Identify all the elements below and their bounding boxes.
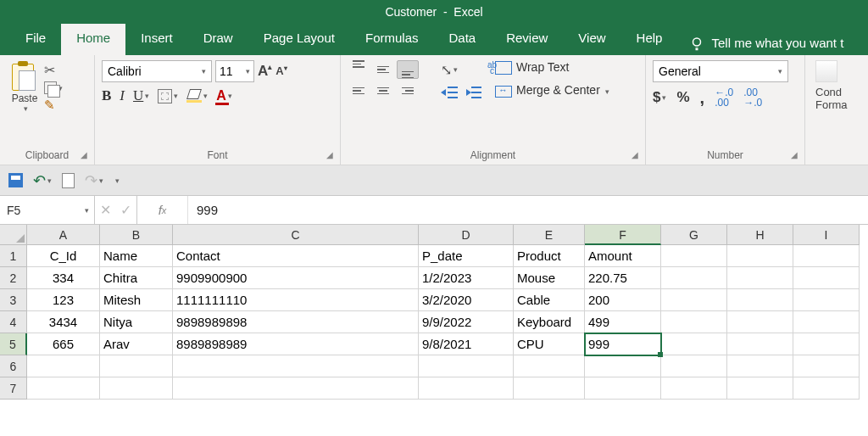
- fill-color-button[interactable]: ▾: [186, 89, 208, 103]
- orientation-button[interactable]: ⤡▾: [441, 60, 483, 78]
- cell-I3[interactable]: [793, 289, 860, 311]
- enter-formula-button[interactable]: ✓: [120, 202, 131, 218]
- cell-B4[interactable]: Nitya: [100, 311, 173, 333]
- percent-button[interactable]: %: [676, 89, 689, 106]
- cell-F5[interactable]: 999: [585, 333, 661, 355]
- chevron-down-icon[interactable]: ▾: [24, 104, 28, 113]
- decrease-indent-button[interactable]: [441, 85, 459, 100]
- cell-H6[interactable]: [727, 355, 793, 377]
- cell-C2[interactable]: 9909900900: [173, 267, 419, 289]
- bold-button[interactable]: B: [102, 87, 111, 104]
- align-right-button[interactable]: [397, 81, 419, 100]
- borders-button[interactable]: ▾: [158, 89, 178, 103]
- row-header-6[interactable]: 6: [0, 355, 27, 377]
- cell-D6[interactable]: [419, 355, 514, 377]
- chevron-down-icon[interactable]: ▾: [47, 176, 52, 185]
- chevron-down-icon[interactable]: ▾: [99, 176, 103, 185]
- column-header-G[interactable]: G: [661, 225, 727, 245]
- align-top-button[interactable]: [348, 60, 370, 79]
- cell-F4[interactable]: 499: [585, 311, 661, 333]
- dialog-launcher-icon[interactable]: ◢: [78, 150, 89, 161]
- tab-insert[interactable]: Insert: [125, 24, 188, 55]
- column-header-F[interactable]: F: [585, 225, 661, 245]
- cell-I4[interactable]: [793, 311, 860, 333]
- cell-G2[interactable]: [661, 267, 727, 289]
- select-all-button[interactable]: [0, 225, 27, 245]
- row-header-5[interactable]: 5: [0, 333, 27, 355]
- cell-F2[interactable]: 220.75: [585, 267, 661, 289]
- cut-button[interactable]: ✂: [44, 62, 63, 78]
- cell-D3[interactable]: 3/2/2020: [419, 289, 514, 311]
- cell-F1[interactable]: Amount: [585, 245, 661, 267]
- decrease-font-button[interactable]: A▾: [275, 64, 287, 77]
- cell-E6[interactable]: [514, 355, 585, 377]
- cell-C7[interactable]: [173, 377, 419, 400]
- align-bottom-button[interactable]: [397, 60, 419, 79]
- chevron-down-icon[interactable]: ▾: [453, 65, 458, 74]
- row-header-3[interactable]: 3: [0, 289, 27, 311]
- cell-F7[interactable]: [585, 377, 661, 400]
- font-name-select[interactable]: Calibri▾: [102, 60, 212, 82]
- underline-button[interactable]: U▾: [133, 87, 149, 104]
- font-size-select[interactable]: 11▾: [215, 60, 254, 82]
- cell-I7[interactable]: [793, 377, 860, 400]
- cell-E4[interactable]: Keyboard: [514, 311, 585, 333]
- cell-I5[interactable]: [793, 333, 860, 355]
- save-button[interactable]: [8, 173, 23, 187]
- cell-B6[interactable]: [100, 355, 173, 377]
- chevron-down-icon[interactable]: ▾: [228, 92, 232, 100]
- cell-H1[interactable]: [727, 245, 793, 267]
- new-file-button[interactable]: [62, 173, 75, 188]
- currency-button[interactable]: $▾: [653, 89, 666, 106]
- cell-A1[interactable]: C_Id: [27, 245, 100, 267]
- increase-font-button[interactable]: A▴: [258, 63, 272, 80]
- cell-H5[interactable]: [727, 333, 793, 355]
- cell-E1[interactable]: Product: [514, 245, 585, 267]
- increase-decimal-button[interactable]: ←.0.00: [715, 87, 733, 108]
- redo-button[interactable]: ↷▾: [85, 171, 103, 190]
- row-header-1[interactable]: 1: [0, 245, 27, 267]
- cell-D4[interactable]: 9/9/2022: [419, 311, 514, 333]
- column-header-I[interactable]: I: [793, 225, 860, 245]
- chevron-down-icon[interactable]: ▾: [145, 92, 149, 100]
- cell-A3[interactable]: 123: [27, 289, 100, 311]
- cell-A5[interactable]: 665: [27, 333, 100, 355]
- tab-formulas[interactable]: Formulas: [350, 24, 434, 55]
- cell-C1[interactable]: Contact: [173, 245, 419, 267]
- undo-button[interactable]: ↶▾: [33, 171, 52, 190]
- column-header-C[interactable]: C: [173, 225, 419, 245]
- dialog-launcher-icon[interactable]: ◢: [324, 150, 335, 161]
- align-left-button[interactable]: [348, 81, 370, 100]
- fx-button[interactable]: fx: [137, 196, 188, 224]
- tab-data[interactable]: Data: [433, 24, 491, 55]
- chevron-down-icon[interactable]: ▾: [605, 87, 609, 96]
- cell-I6[interactable]: [793, 355, 860, 377]
- cell-C5[interactable]: 8989898989: [173, 333, 419, 355]
- cell-B1[interactable]: Name: [100, 245, 173, 267]
- chevron-down-icon[interactable]: ▾: [85, 206, 89, 215]
- cell-E5[interactable]: CPU: [514, 333, 585, 355]
- row-header-7[interactable]: 7: [0, 377, 27, 400]
- tab-home[interactable]: Home: [61, 24, 125, 55]
- qat-customize-button[interactable]: ▾: [115, 176, 120, 185]
- tell-me-search[interactable]: Tell me what you want t: [677, 24, 843, 55]
- align-center-button[interactable]: [372, 81, 394, 100]
- tab-view[interactable]: View: [563, 24, 620, 55]
- cell-H3[interactable]: [727, 289, 793, 311]
- cell-D2[interactable]: 1/2/2023: [419, 267, 514, 289]
- number-format-select[interactable]: General▾: [653, 60, 788, 82]
- format-painter-button[interactable]: ✎: [44, 98, 63, 113]
- cell-F6[interactable]: [585, 355, 661, 377]
- tab-page-layout[interactable]: Page Layout: [248, 24, 350, 55]
- tab-review[interactable]: Review: [491, 24, 563, 55]
- cell-D5[interactable]: 9/8/2021: [419, 333, 514, 355]
- cell-C4[interactable]: 9898989898: [173, 311, 419, 333]
- cell-H2[interactable]: [727, 267, 793, 289]
- cell-B5[interactable]: Arav: [100, 333, 173, 355]
- chevron-down-icon[interactable]: ▾: [203, 92, 208, 100]
- row-header-2[interactable]: 2: [0, 267, 27, 289]
- merge-center-button[interactable]: Merge & Center ▾: [495, 83, 609, 97]
- cell-G4[interactable]: [661, 311, 727, 333]
- cell-H7[interactable]: [727, 377, 793, 400]
- cell-G6[interactable]: [661, 355, 727, 377]
